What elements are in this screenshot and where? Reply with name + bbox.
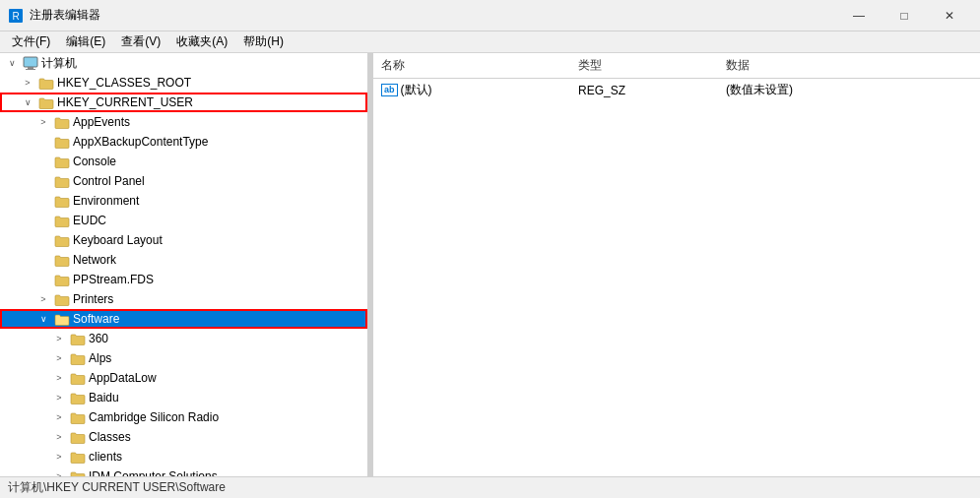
folder-icon-appxbackup [54,134,70,150]
value-name-text: (默认) [401,82,432,98]
expand-btn-idm[interactable]: > [51,468,67,476]
expand-btn-computer[interactable]: ∨ [4,55,20,71]
col-name: 名称 [373,53,570,79]
folder-icon-network [54,252,70,268]
expand-btn-alps[interactable]: > [51,350,67,366]
tree-label-control_panel: Control Panel [73,174,145,188]
tree-label-cambridge: Cambridge Silicon Radio [89,410,219,424]
value-row[interactable]: ab(默认)REG_SZ(数值未设置) [373,79,980,102]
folder-icon-eudc [54,213,70,228]
folder-icon-computer [23,55,38,71]
minimize-button[interactable]: — [836,0,882,31]
app-icon: R [8,8,24,24]
tree-item-eudc[interactable]: EUDC [0,211,367,230]
svg-rect-2 [24,57,37,67]
expand-btn-360[interactable]: > [51,331,67,346]
expand-btn-appevents[interactable]: > [35,114,51,130]
tree-item-classes[interactable]: > Classes [0,427,367,447]
menu-item-f[interactable]: 文件(F) [4,31,58,52]
folder-icon-control_panel [54,173,70,189]
tree-label-360: 360 [89,332,108,345]
tree-item-console[interactable]: Console [0,152,367,171]
tree-item-computer[interactable]: ∨ 计算机 [0,53,367,73]
folder-icon-appdatalow [70,370,86,386]
tree-item-hkey_current_user[interactable]: ∨ HKEY_CURRENT_USER [0,93,367,112]
tree-label-baidu: Baidu [89,391,119,405]
tree-label-hkey_classes_root: HKEY_CLASSES_ROOT [57,76,191,90]
registry-tree: ∨ 计算机> HKEY_CLASSES_ROOT∨ HKEY_CURRENT_U… [0,53,369,476]
svg-text:R: R [12,11,19,22]
folder-icon-idm [70,468,86,476]
folder-icon-printers [54,291,70,307]
folder-icon-cambridge [70,409,86,425]
menu-item-a[interactable]: 收藏夹(A) [168,31,235,52]
menu-item-v[interactable]: 查看(V) [113,31,168,52]
menu-bar: 文件(F)编辑(E)查看(V)收藏夹(A)帮助(H) [0,31,980,53]
folder-icon-software [54,311,70,327]
title-bar: R 注册表编辑器 — □ ✕ [0,0,980,31]
tree-label-printers: Printers [73,292,113,306]
expand-btn-cambridge[interactable]: > [51,409,67,425]
maximize-button[interactable]: □ [882,0,927,31]
tree-item-alps[interactable]: > Alps [0,348,367,368]
expand-btn-printers[interactable]: > [35,291,51,307]
tree-item-clients[interactable]: > clients [0,447,367,467]
tree-item-cambridge[interactable]: > Cambridge Silicon Radio [0,407,367,427]
folder-icon-clients [70,449,86,465]
tree-item-baidu[interactable]: > Baidu [0,388,367,407]
tree-item-printers[interactable]: > Printers [0,289,367,309]
expand-btn-appdatalow[interactable]: > [51,370,67,386]
tree-label-clients: clients [89,450,122,464]
tree-item-software[interactable]: ∨ Software [0,309,367,329]
value-type: REG_SZ [570,79,718,102]
tree-item-control_panel[interactable]: Control Panel [0,171,367,191]
tree-label-appevents: AppEvents [73,115,130,129]
folder-icon-hkey_classes_root [38,75,54,91]
value-data: (数值未设置) [718,79,980,102]
menu-item-e[interactable]: 编辑(E) [58,31,113,52]
tree-label-idm: IDM Computer Solutions [89,469,218,476]
tree-item-ppstream[interactable]: PPStream.FDS [0,270,367,289]
expand-btn-baidu[interactable]: > [51,390,67,405]
value-name: ab(默认) [373,79,570,102]
tree-label-alps: Alps [89,351,111,365]
tree-label-computer: 计算机 [41,55,77,72]
folder-icon-environment [54,193,70,209]
ab-icon: ab [381,84,398,96]
expand-btn-hkey_classes_root[interactable]: > [20,75,35,91]
value-table: 名称 类型 数据 ab(默认)REG_SZ(数值未设置) [373,53,980,101]
expand-btn-clients[interactable]: > [51,449,67,465]
folder-icon-alps [70,350,86,366]
window-controls: — □ ✕ [836,0,972,31]
menu-item-h[interactable]: 帮助(H) [235,31,292,52]
tree-item-environment[interactable]: Environment [0,191,367,211]
tree-label-software: Software [73,312,119,326]
folder-icon-classes [70,429,86,445]
main-content: ∨ 计算机> HKEY_CLASSES_ROOT∨ HKEY_CURRENT_U… [0,53,980,476]
tree-label-keyboard_layout: Keyboard Layout [73,233,163,247]
expand-btn-hkey_current_user[interactable]: ∨ [20,94,35,110]
tree-item-idm[interactable]: > IDM Computer Solutions [0,467,367,476]
tree-item-hkey_classes_root[interactable]: > HKEY_CLASSES_ROOT [0,73,367,93]
tree-item-network[interactable]: Network [0,250,367,270]
tree-item-keyboard_layout[interactable]: Keyboard Layout [0,230,367,250]
expand-btn-software[interactable]: ∨ [35,311,51,327]
tree-label-hkey_current_user: HKEY_CURRENT_USER [57,95,193,109]
tree-label-console: Console [73,155,116,168]
tree-item-appevents[interactable]: > AppEvents [0,112,367,132]
folder-icon-console [54,154,70,169]
folder-icon-appevents [54,114,70,130]
tree-item-appxbackup[interactable]: AppXBackupContentType [0,132,367,152]
col-type: 类型 [570,53,718,79]
expand-btn-classes[interactable]: > [51,429,67,445]
close-button[interactable]: ✕ [927,0,972,31]
col-data: 数据 [718,53,980,79]
folder-icon-ppstream [54,272,70,287]
tree-item-360[interactable]: > 360 [0,329,367,348]
tree-label-eudc: EUDC [73,214,106,227]
status-bar: 计算机\HKEY CURRENT USER\Software [0,476,980,498]
tree-item-appdatalow[interactable]: > AppDataLow [0,368,367,388]
tree-label-appxbackup: AppXBackupContentType [73,135,208,149]
tree-label-appdatalow: AppDataLow [89,371,157,385]
value-panel: 名称 类型 数据 ab(默认)REG_SZ(数值未设置) [373,53,980,476]
